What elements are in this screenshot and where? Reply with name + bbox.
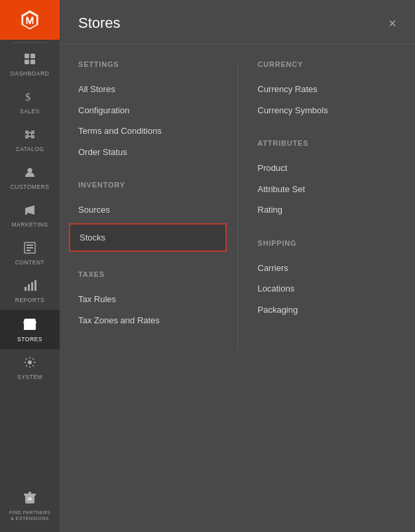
svg-point-5 — [28, 133, 32, 136]
sidebar-item-catalog[interactable]: CATALOG — [0, 121, 60, 159]
sidebar-item-system[interactable]: SYSTEM — [0, 349, 60, 387]
currency-symbols-link[interactable]: Currency Symbols — [258, 100, 397, 121]
content-icon — [23, 241, 36, 256]
attributes-section: Attributes Product Attribute Set Rating — [258, 139, 397, 221]
sidebar-item-dashboard[interactable]: DASHBOARD — [0, 46, 60, 83]
customers-icon — [23, 166, 36, 181]
rating-link[interactable]: Rating — [258, 199, 397, 221]
sidebar-item-customers[interactable]: CUSTOMERS — [0, 159, 60, 197]
panel-close-button[interactable]: × — [388, 17, 396, 30]
svg-rect-9 — [27, 244, 33, 246]
stores-icon — [23, 317, 37, 333]
inventory-section: Inventory Sources Stocks — [78, 181, 217, 252]
sidebar-item-reports[interactable]: REPORTS — [0, 272, 60, 310]
marketing-icon — [23, 203, 36, 219]
sources-link[interactable]: Sources — [78, 199, 217, 221]
sidebar-item-stores-label: STORES — [17, 336, 42, 343]
all-stores-link[interactable]: All Stores — [78, 79, 217, 100]
svg-rect-14 — [31, 282, 33, 291]
configuration-link[interactable]: Configuration — [78, 100, 217, 121]
product-link[interactable]: Product — [258, 158, 397, 179]
svg-rect-7 — [25, 212, 27, 215]
panel-left-column: Settings All Stores Configuration Terms … — [78, 60, 231, 349]
carriers-link[interactable]: Carriers — [258, 258, 397, 279]
stores-panel: Stores × Settings All Stores Configurati… — [60, 0, 415, 532]
svg-rect-2 — [25, 60, 29, 64]
currency-section: Currency Currency Rates Currency Symbols — [258, 60, 397, 121]
locations-link[interactable]: Locations — [258, 278, 397, 299]
svg-rect-1 — [30, 54, 35, 58]
sales-icon: $ — [23, 90, 36, 105]
currency-heading: Currency — [258, 60, 397, 68]
partners-icon — [23, 490, 37, 507]
sidebar-item-content[interactable]: CONTENT — [0, 235, 60, 272]
svg-rect-15 — [34, 280, 36, 291]
attributes-heading: Attributes — [258, 139, 397, 147]
shipping-heading: Shipping — [258, 239, 397, 247]
sidebar-item-marketing-label: MARKETING — [11, 221, 48, 228]
column-divider — [237, 60, 238, 349]
sidebar-item-marketing[interactable]: MARKETING — [0, 197, 60, 235]
packaging-link[interactable]: Packaging — [258, 299, 397, 321]
taxes-section: Taxes Tax Rules Tax Zones and Rates — [78, 270, 217, 331]
svg-rect-0 — [25, 54, 29, 58]
sidebar-item-partners[interactable]: FIND PARTNERS& EXTENSIONS — [0, 484, 60, 532]
inventory-heading: Inventory — [78, 181, 217, 189]
sidebar-item-catalog-label: CATALOG — [16, 146, 44, 152]
svg-point-18 — [28, 360, 32, 364]
shipping-section: Shipping Carriers Locations Packaging — [258, 239, 397, 321]
sidebar-divider — [13, 42, 46, 43]
settings-heading: Settings — [78, 60, 217, 68]
sidebar-item-system-label: SYSTEM — [17, 374, 42, 380]
svg-rect-12 — [25, 287, 27, 291]
svg-rect-17 — [28, 325, 32, 330]
taxes-heading: Taxes — [78, 270, 217, 278]
settings-section: Settings All Stores Configuration Terms … — [78, 60, 217, 162]
svg-rect-10 — [27, 247, 33, 248]
sidebar-item-sales-label: SALES — [20, 108, 40, 115]
currency-rates-link[interactable]: Currency Rates — [258, 79, 397, 100]
panel-body: Settings All Stores Configuration Terms … — [60, 44, 415, 365]
panel-header: Stores × — [60, 0, 415, 44]
tax-rules-link[interactable]: Tax Rules — [78, 289, 217, 310]
system-icon — [23, 356, 36, 371]
sidebar-item-customers-label: CUSTOMERS — [11, 184, 50, 190]
order-status-link[interactable]: Order Status — [78, 142, 217, 163]
svg-rect-3 — [30, 60, 35, 64]
svg-text:$: $ — [25, 91, 31, 103]
dashboard-icon — [23, 52, 36, 68]
panel-title: Stores — [78, 15, 121, 32]
stocks-link[interactable]: Stocks — [69, 223, 227, 252]
panel-right-column: Currency Currency Rates Currency Symbols… — [245, 60, 397, 349]
svg-rect-13 — [28, 284, 30, 291]
sidebar-item-content-label: CONTENT — [15, 259, 45, 266]
catalog-icon — [23, 128, 36, 143]
sidebar-item-dashboard-label: DASHBOARD — [11, 70, 49, 77]
sidebar-item-stores[interactable]: STORES — [0, 310, 60, 349]
tax-zones-rates-link[interactable]: Tax Zones and Rates — [78, 310, 217, 331]
svg-rect-19 — [28, 498, 32, 500]
sidebar-item-sales[interactable]: $ SALES — [0, 83, 60, 121]
svg-rect-11 — [27, 250, 30, 251]
sidebar-item-reports-label: REPORTS — [15, 297, 44, 303]
reports-icon — [23, 279, 36, 294]
sidebar: DASHBOARD $ SALES CATALOG CUSTOMERS — [0, 0, 60, 532]
attribute-set-link[interactable]: Attribute Set — [258, 179, 397, 200]
logo[interactable] — [0, 0, 60, 40]
sidebar-item-partners-label: FIND PARTNERS& EXTENSIONS — [9, 509, 50, 521]
terms-conditions-link[interactable]: Terms and Conditions — [78, 121, 217, 142]
svg-point-6 — [28, 168, 32, 173]
